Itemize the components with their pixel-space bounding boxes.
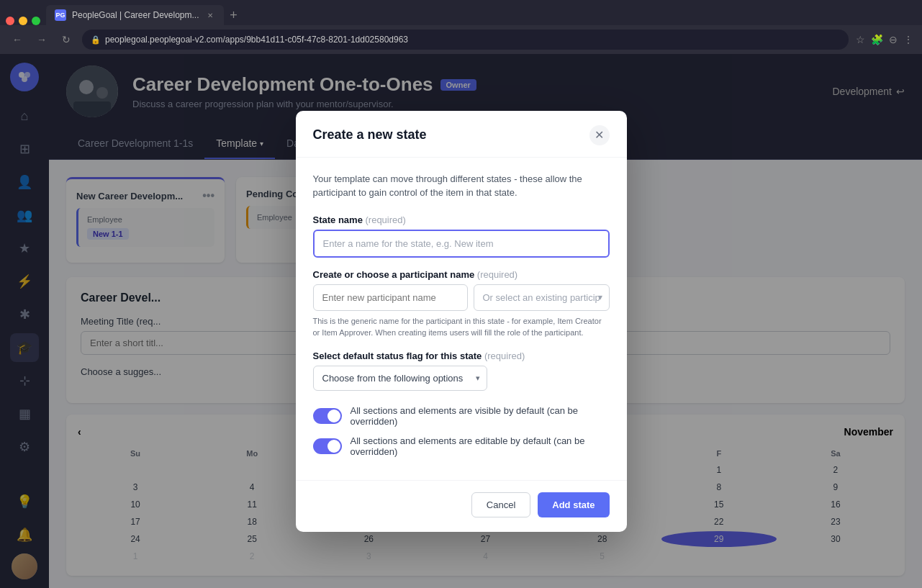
traffic-lights xyxy=(6,17,40,25)
modal-overlay: Create a new state ✕ Your template can m… xyxy=(0,54,922,588)
new-tab-button[interactable]: + xyxy=(224,5,244,25)
visibility-toggle-label: All sections and elements are visible by… xyxy=(351,405,610,427)
modal-body: Your template can move through different… xyxy=(296,158,627,480)
participant-select[interactable]: Or select an existing participant xyxy=(474,284,610,311)
modal-description: Your template can move through different… xyxy=(313,172,610,200)
tab-close-button[interactable]: ✕ xyxy=(205,10,215,20)
add-state-button[interactable]: Add state xyxy=(538,492,609,517)
participant-name-input[interactable] xyxy=(313,284,468,311)
status-dropdown-row: Choose from the following options ▾ xyxy=(313,366,610,391)
status-dropdown[interactable]: Choose from the following options xyxy=(313,366,487,391)
maximize-traffic-light[interactable] xyxy=(32,17,40,25)
editable-toggle[interactable] xyxy=(313,438,342,454)
state-name-label: State name (required) xyxy=(313,214,610,225)
browser-tabs: PG PeopleGoal | Career Developm... ✕ + xyxy=(0,0,922,25)
participant-select-wrapper: Or select an existing participant ▾ xyxy=(474,284,610,311)
back-button[interactable]: ← xyxy=(9,31,26,48)
participant-row: Or select an existing participant ▾ xyxy=(313,284,610,311)
tab-title: PeopleGoal | Career Developm... xyxy=(72,10,199,20)
state-name-input[interactable] xyxy=(313,230,610,258)
url-text: peoplegoal.peoplegoal-v2.com/apps/9bb41d… xyxy=(105,35,408,45)
status-required: (required) xyxy=(484,350,525,361)
editable-toggle-row: All sections and elements are editable b… xyxy=(313,435,610,457)
state-name-required: (required) xyxy=(366,214,406,225)
participant-required: (required) xyxy=(477,269,518,280)
visibility-toggle-row: All sections and elements are visible by… xyxy=(313,405,610,427)
tab-favicon: PG xyxy=(55,9,66,21)
profile-icon[interactable]: ⊖ xyxy=(889,34,898,45)
modal-footer: Cancel Add state xyxy=(296,480,627,532)
modal-title: Create a new state xyxy=(313,127,427,143)
active-browser-tab[interactable]: PG PeopleGoal | Career Developm... ✕ xyxy=(46,5,224,25)
browser-address-bar: ← → ↻ 🔒 peoplegoal.peoplegoal-v2.com/app… xyxy=(0,25,922,54)
participant-helper-text: This is the generic name for the partici… xyxy=(313,315,610,339)
extensions-icon[interactable]: 🧩 xyxy=(871,34,883,45)
cancel-button[interactable]: Cancel xyxy=(471,492,530,517)
menu-icon[interactable]: ⋮ xyxy=(903,34,913,45)
browser-chrome: PG PeopleGoal | Career Developm... ✕ + ←… xyxy=(0,0,922,54)
modal-header: Create a new state ✕ xyxy=(296,111,627,158)
create-state-modal: Create a new state ✕ Your template can m… xyxy=(296,111,627,532)
minimize-traffic-light[interactable] xyxy=(19,17,27,25)
editable-toggle-label: All sections and elements are editable b… xyxy=(351,435,610,457)
refresh-button[interactable]: ↻ xyxy=(58,31,75,48)
bookmark-icon[interactable]: ☆ xyxy=(856,34,865,45)
lock-icon: 🔒 xyxy=(91,35,101,45)
browser-actions: ☆ 🧩 ⊖ ⋮ xyxy=(856,34,913,45)
participant-label: Create or choose a participant name (req… xyxy=(313,269,610,280)
close-traffic-light[interactable] xyxy=(6,17,14,25)
forward-button[interactable]: → xyxy=(33,31,50,48)
status-label: Select default status flag for this stat… xyxy=(313,350,610,361)
status-dropdown-wrapper: Choose from the following options ▾ xyxy=(313,366,487,391)
modal-close-button[interactable]: ✕ xyxy=(589,125,610,145)
url-input[interactable]: 🔒 peoplegoal.peoplegoal-v2.com/apps/9bb4… xyxy=(82,30,849,50)
visibility-toggle[interactable] xyxy=(313,408,342,424)
